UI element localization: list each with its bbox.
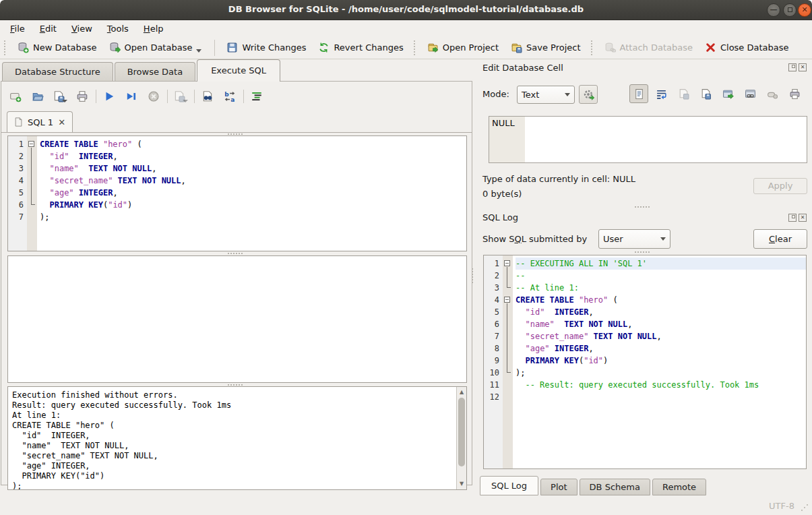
new-sql-tab-icon[interactable]: [7, 88, 24, 105]
tab-database-structure[interactable]: Database Structure: [2, 62, 113, 82]
svg-text:b: b: [224, 91, 229, 98]
open-database-dropdown-icon[interactable]: [196, 49, 201, 53]
tab-execute-sql[interactable]: Execute SQL: [197, 59, 280, 82]
close-database-button[interactable]: Close Database: [699, 39, 795, 56]
scroll-down-icon[interactable]: ▼: [457, 479, 466, 489]
submitted-by-combobox[interactable]: User: [598, 229, 670, 249]
print-icon[interactable]: [73, 88, 91, 105]
left-panel: Database Structure Browse Data Execute S…: [0, 59, 473, 495]
import-data-icon[interactable]: [696, 84, 715, 103]
bottom-tab-bar: SQL Log Plot DB Schema Remote: [480, 476, 708, 495]
execute-line-icon[interactable]: [123, 88, 140, 105]
save-results-icon: [172, 88, 189, 105]
tab-db-schema[interactable]: DB Schema: [580, 479, 650, 495]
stop-icon: [145, 88, 162, 105]
cell-value: NULL: [492, 118, 515, 128]
log-code[interactable]: -- EXECUTING ALL IN 'SQL 1'---- At line …: [513, 255, 806, 468]
results-grid[interactable]: [7, 255, 467, 383]
sql-file-icon: [14, 117, 23, 127]
apply-button: Apply: [753, 178, 807, 194]
fold-marker[interactable]: [504, 297, 510, 303]
dock-splitter-handle[interactable]: [635, 251, 650, 253]
revert-changes-icon: [318, 42, 330, 53]
cell-size-info: 0 byte(s): [482, 189, 522, 199]
write-changes-button[interactable]: Write Changes: [220, 39, 312, 56]
messages-pane[interactable]: Execution finished without errors. Resul…: [7, 386, 467, 490]
attach-database-icon: [604, 42, 616, 53]
chevron-down-icon: [565, 93, 570, 96]
new-database-icon: [18, 42, 29, 53]
tab-remote[interactable]: Remote: [652, 479, 706, 495]
clear-button[interactable]: Clear: [753, 229, 807, 249]
menu-tools[interactable]: Tools: [100, 22, 136, 35]
mode-label: Mode:: [482, 89, 509, 99]
sql-tab-bar: SQL 1 ✕: [1, 111, 472, 133]
revert-changes-button[interactable]: Revert Changes: [312, 39, 409, 56]
float-dock-icon[interactable]: [788, 63, 797, 71]
scroll-up-icon[interactable]: ▲: [457, 388, 466, 397]
right-panel: Edit Database Cell ✕ Mode: Text NULL Typ…: [473, 59, 812, 495]
float-dock-icon[interactable]: [788, 214, 797, 222]
dock-splitter-handle[interactable]: [635, 206, 650, 208]
menu-help[interactable]: Help: [136, 22, 171, 35]
svg-text:a: a: [230, 96, 235, 102]
execute-sql-pane: ba SQL 1 ✕ 1234567 CREATE: [1, 81, 472, 485]
menu-edit[interactable]: Edit: [32, 22, 64, 35]
maximize-icon[interactable]: [783, 3, 797, 17]
menu-file[interactable]: File: [3, 22, 32, 35]
app-window: DB Browser for SQLite - /home/user/code/…: [0, 0, 812, 515]
save-project-button[interactable]: Save Project: [505, 39, 587, 56]
minimize-icon[interactable]: —: [767, 3, 780, 17]
edit-cell-dock-title: Edit Database Cell: [482, 63, 563, 73]
sql-log-view[interactable]: 123456789101112 -- EXECUTING ALL IN 'SQL…: [483, 255, 807, 469]
tab-plot[interactable]: Plot: [540, 479, 577, 495]
open-sql-file-icon[interactable]: [29, 88, 46, 105]
scrollbar-thumb[interactable]: [458, 398, 465, 466]
toolbar-grip[interactable]: [591, 40, 594, 55]
chevron-down-icon: [660, 237, 666, 241]
menu-view[interactable]: View: [64, 22, 100, 35]
menubar: File Edit View Tools Help: [0, 20, 812, 36]
execution-messages: Execution finished without errors. Resul…: [12, 390, 453, 490]
close-tab-icon[interactable]: ✕: [58, 117, 65, 127]
open-project-button[interactable]: Open Project: [421, 39, 505, 56]
save-cell-icon: [674, 84, 693, 103]
toolbar-grip[interactable]: [414, 40, 417, 55]
close-dock-icon[interactable]: ✕: [799, 214, 807, 222]
resize-grip[interactable]: [801, 504, 809, 512]
messages-scrollbar[interactable]: ▲ ▼: [456, 387, 466, 489]
titlebar[interactable]: DB Browser for SQLite - /home/user/code/…: [0, 0, 812, 20]
open-database-button[interactable]: Open Database: [103, 39, 210, 56]
execute-all-icon[interactable]: [100, 88, 118, 105]
sql-1-tab[interactable]: SQL 1 ✕: [7, 111, 73, 132]
close-database-icon: [705, 42, 716, 53]
status-bar: UTF-8: [0, 495, 812, 515]
save-sql-file-icon[interactable]: [51, 88, 69, 105]
editor-line-numbers: 1234567: [8, 136, 27, 251]
write-changes-icon: [226, 42, 238, 53]
text-mode-icon[interactable]: [629, 84, 648, 103]
tab-sql-log[interactable]: SQL Log: [480, 476, 538, 495]
word-wrap-icon[interactable]: [652, 84, 670, 103]
new-database-button[interactable]: New Database: [11, 39, 103, 56]
mode-combobox[interactable]: Text: [517, 86, 575, 104]
close-dock-icon[interactable]: ✕: [799, 63, 807, 71]
cell-type-info: Type of data currently in cell: NULL: [482, 174, 635, 184]
tab-browse-data[interactable]: Browse Data: [115, 62, 196, 82]
cell-value-editor[interactable]: NULL: [489, 116, 807, 163]
toolbar-grip[interactable]: [4, 40, 7, 55]
format-sql-icon[interactable]: [248, 88, 266, 105]
sql-editor[interactable]: 1234567 CREATE TABLE "hero" ( "id" INTEG…: [7, 135, 467, 251]
print-cell-icon[interactable]: [785, 84, 804, 103]
find-replace-icon[interactable]: ba: [221, 88, 239, 105]
find-icon[interactable]: [199, 88, 216, 105]
fold-marker[interactable]: [504, 260, 510, 266]
fold-marker[interactable]: [28, 141, 34, 147]
export-data-icon[interactable]: [718, 84, 737, 103]
editor-fold-margin: [27, 136, 37, 251]
apply-format-icon[interactable]: [579, 85, 598, 104]
splitter-handle[interactable]: [228, 253, 243, 255]
editor-code[interactable]: CREATE TABLE "hero" ( "id" INTEGER, "nam…: [37, 136, 466, 251]
close-icon[interactable]: ✕: [798, 3, 811, 17]
link-data-icon[interactable]: [741, 84, 759, 103]
